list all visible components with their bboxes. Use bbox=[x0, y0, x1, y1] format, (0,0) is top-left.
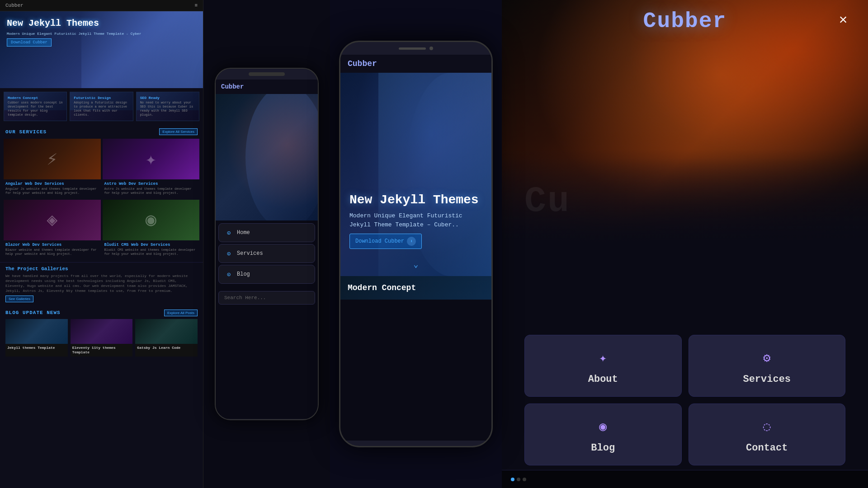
phone-small-nav: ⊙ Home ⊙ Services ⊙ Blog bbox=[216, 221, 318, 288]
blog-info-2: Gatsby Js Learn Code bbox=[135, 344, 198, 352]
service-img-astro bbox=[103, 139, 200, 179]
window-header: Cubber ≡ bbox=[0, 0, 203, 11]
service-card-bludit[interactable]: Bludit CMS Web Dev Services Bludit CMS w… bbox=[103, 200, 200, 258]
feature-card-1: Futuristic Design Adopting a futuristic … bbox=[70, 92, 133, 121]
phone-small-brand: Cubber bbox=[216, 80, 318, 94]
right-section: Cubber × Cu ✦ About ⚙ Services ◉ Blog ◌ … bbox=[502, 0, 868, 488]
services-icon-right: ⚙ bbox=[755, 347, 778, 369]
blog-section: BLOG UPDATE NEWS Explore All Posts Jekyl… bbox=[0, 306, 203, 359]
hero-title: New Jekyll Themes bbox=[7, 18, 142, 29]
right-background bbox=[502, 0, 868, 249]
service-card-blazor[interactable]: Blazor Web Dev Services Blazor website a… bbox=[4, 200, 101, 258]
feature-desc-2: No need to worry about your SEO this is … bbox=[140, 101, 195, 117]
explore-services-btn[interactable]: Explore All Services bbox=[159, 128, 198, 135]
right-brand-title: Cubber bbox=[643, 9, 727, 33]
service-info-blazor: Blazor Web Dev Services Blazor website a… bbox=[4, 240, 101, 258]
feature-title-2: SEO Ready bbox=[140, 96, 195, 100]
phone-big-screen: Cubber New Jekyll Themes Modern Unique E… bbox=[340, 55, 491, 441]
close-button[interactable]: × bbox=[832, 9, 854, 32]
project-galleries-section: The Project Galleries We have handled ma… bbox=[0, 262, 203, 306]
right-nav-grid: ✦ About ⚙ Services ◉ Blog ◌ Contact bbox=[524, 335, 845, 465]
dot-1 bbox=[511, 478, 514, 481]
services-section-header: OUR SERVICES Explore All Services bbox=[0, 125, 203, 139]
features-row: Modern Concept Cubber uses modern concep… bbox=[0, 88, 203, 125]
home-icon: ⊙ bbox=[224, 228, 233, 237]
blog-img-2 bbox=[135, 319, 198, 344]
project-galleries-desc: We have handled many projects from all o… bbox=[5, 273, 198, 294]
feature-title-1: Futuristic Design bbox=[74, 96, 129, 100]
service-desc-bludit: Bludit CMS website and themes template d… bbox=[104, 248, 198, 256]
phone-nav-services[interactable]: ⊙ Services bbox=[218, 244, 315, 263]
home-label: Home bbox=[237, 230, 250, 236]
blog-title-1: Eleventy 11ty themes Template bbox=[72, 346, 131, 355]
download-icon: ⬇ bbox=[407, 237, 416, 246]
feature-title-0: Modern Concept bbox=[8, 96, 63, 100]
service-desc-blazor: Blazor website and themes template devel… bbox=[5, 248, 99, 256]
services-grid: Angular Web Dev Services Angular Js webs… bbox=[0, 139, 203, 262]
phone-big-hero-content: New Jekyll Themes Modern Unique Elegant … bbox=[349, 192, 482, 249]
see-galleries-btn[interactable]: See Galleries bbox=[5, 296, 33, 302]
contact-icon: ◌ bbox=[755, 415, 778, 438]
nav-card-about[interactable]: ✦ About bbox=[524, 335, 682, 397]
service-title-astro: Astro Web Dev Services bbox=[104, 182, 198, 186]
blog-label-small: Blog bbox=[237, 271, 250, 277]
service-info-angular: Angular Web Dev Services Angular Js webs… bbox=[4, 179, 101, 197]
search-bar[interactable]: Search Here... bbox=[218, 291, 315, 305]
phone-big-hero-subtitle: Modern Unique Elegant Futuristic Jekyll … bbox=[349, 211, 482, 229]
dot-2 bbox=[517, 478, 520, 481]
scroll-indicator: ⌄ bbox=[414, 259, 419, 269]
blog-card-2[interactable]: Gatsby Js Learn Code bbox=[135, 319, 198, 357]
service-img-angular bbox=[4, 139, 101, 179]
services-label-right: Services bbox=[743, 374, 791, 385]
service-info-bludit: Bludit CMS Web Dev Services Bludit CMS w… bbox=[103, 240, 200, 258]
service-title-bludit: Bludit CMS Web Dev Services bbox=[104, 243, 198, 247]
feature-card-2: SEO Ready No need to worry about your SE… bbox=[136, 92, 199, 121]
window-controls[interactable]: ≡ bbox=[194, 3, 198, 8]
service-card-astro[interactable]: Astro Web Dev Services Astro Js website … bbox=[103, 139, 200, 197]
explore-posts-btn[interactable]: Explore All Posts bbox=[164, 310, 198, 316]
phone-small-frame: Cubber ⊙ Home ⊙ Services ⊙ Blog bbox=[215, 68, 319, 420]
dot-3 bbox=[523, 478, 526, 481]
about-icon: ✦ bbox=[592, 347, 614, 369]
middle-section: Cubber ⊙ Home ⊙ Services ⊙ Blog bbox=[203, 0, 330, 488]
hero-download-btn[interactable]: Download Cubber bbox=[7, 38, 52, 47]
download-btn-label: Download Cubber bbox=[355, 238, 404, 244]
phone-big-brand: Cubber bbox=[340, 55, 491, 73]
about-label: About bbox=[588, 374, 618, 385]
phone-big-download-btn[interactable]: Download Cubber ⬇ bbox=[349, 234, 422, 249]
phone-speaker bbox=[399, 47, 426, 50]
modern-concept-title: Modern Concept bbox=[348, 283, 484, 292]
service-card-angular[interactable]: Angular Web Dev Services Angular Js webs… bbox=[4, 139, 101, 197]
phone-nav-blog[interactable]: ⊙ Blog bbox=[218, 265, 315, 284]
project-galleries-title: The Project Galleries bbox=[5, 266, 198, 272]
phone-small-notch bbox=[249, 72, 285, 76]
blog-label-right: Blog bbox=[591, 442, 615, 454]
blog-icon-right: ◉ bbox=[592, 415, 614, 438]
blog-title-0: Jekyll themes Template bbox=[7, 346, 66, 350]
service-desc-angular: Angular Js website and themes template d… bbox=[5, 187, 99, 195]
feature-desc-0: Cubber uses modern concept in developmen… bbox=[8, 101, 63, 117]
services-label: OUR SERVICES bbox=[5, 129, 47, 135]
big-phone-section: Cubber New Jekyll Themes Modern Unique E… bbox=[330, 0, 502, 488]
blog-card-1[interactable]: Eleventy 11ty themes Template bbox=[71, 319, 133, 357]
phone-big-frame: Cubber New Jekyll Themes Modern Unique E… bbox=[339, 41, 493, 447]
blog-info-0: Jekyll themes Template bbox=[5, 344, 68, 352]
blog-info-1: Eleventy 11ty themes Template bbox=[71, 344, 133, 357]
feature-desc-1: Adopting a futuristic design to produce … bbox=[74, 101, 129, 117]
nav-card-blog[interactable]: ◉ Blog bbox=[524, 404, 682, 465]
nav-card-services[interactable]: ⚙ Services bbox=[689, 335, 846, 397]
nav-card-contact[interactable]: ◌ Contact bbox=[689, 404, 846, 465]
phone-small-hero bbox=[216, 94, 318, 221]
phone-big-hero-title: New Jekyll Themes bbox=[349, 192, 482, 208]
feature-card-0: Modern Concept Cubber uses modern concep… bbox=[4, 92, 67, 121]
service-img-bludit bbox=[103, 200, 200, 240]
service-title-blazor: Blazor Web Dev Services bbox=[5, 243, 99, 247]
blog-grid: Jekyll themes Template Eleventy 11ty the… bbox=[5, 319, 198, 357]
phone-big-hero: New Jekyll Themes Modern Unique Elegant … bbox=[340, 73, 491, 276]
services-label-small: Services bbox=[237, 250, 263, 257]
blog-img-0 bbox=[5, 319, 68, 344]
blog-card-0[interactable]: Jekyll themes Template bbox=[5, 319, 68, 357]
phone-nav-home[interactable]: ⊙ Home bbox=[218, 223, 315, 242]
service-title-angular: Angular Web Dev Services bbox=[5, 182, 99, 186]
blog-title-2: Gatsby Js Learn Code bbox=[137, 346, 196, 350]
